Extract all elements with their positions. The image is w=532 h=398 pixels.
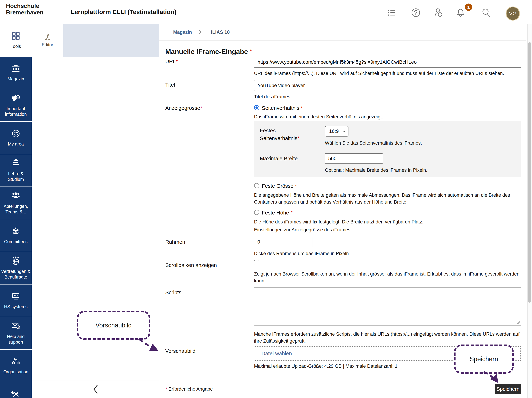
textarea-resize-handle[interactable] — [517, 321, 520, 324]
sidebar-item-magazin[interactable]: Magazin — [0, 56, 32, 89]
sidebar-item-organisation[interactable]: Organisation — [0, 349, 32, 382]
sidebar-item-administration[interactable]: Administration — [0, 382, 32, 398]
titel-help: Titel des iFrames — [254, 93, 521, 100]
titel-label: Titel — [165, 82, 175, 88]
help-icon[interactable] — [411, 7, 421, 18]
radio-feste-hoehe[interactable] — [254, 210, 259, 215]
anzeigegroesse-group-note: Einstellungen zur Anzeigegrösse des iFra… — [254, 226, 523, 233]
anzeigegroesse-label: Anzeigegrösse* — [165, 105, 202, 111]
rahmen-input[interactable] — [254, 237, 312, 247]
max-breite-input[interactable] — [325, 154, 383, 164]
festes-sv-label: Festes Seitenverhältnis* — [260, 127, 313, 142]
url-input[interactable] — [254, 57, 521, 68]
notification-badge: 1 — [465, 4, 472, 11]
scripts-help: Manche iFrames erfordern zusätzliche Scr… — [254, 331, 523, 345]
logo-box[interactable]: Hochschule Bremerhaven — [0, 0, 59, 24]
festes-sv-help: Wählen Sie das Seitenverhältnis des iFra… — [325, 140, 515, 147]
breadcrumb-item-ilias10[interactable]: ILIAS 10 — [211, 30, 230, 35]
magazin-bank-icon — [11, 64, 20, 74]
seitenverhaeltnis-desc: Das iFrame wird mit einem festen Seitenv… — [254, 114, 521, 120]
seitenverhaeltnis-option-label: Seitenverhältnis * — [262, 105, 303, 111]
mail-question-icon: ? — [11, 321, 20, 332]
rahmen-help: Dicke des Rahmens um das iFrame in Pixel… — [254, 250, 523, 257]
main-sidebar: Tools Magazin Im — [0, 24, 32, 398]
user-awareness-icon[interactable] — [433, 7, 444, 18]
feste-groesse-desc: Die angegebene Höhe und Breite gelten al… — [254, 192, 523, 205]
tab-editor[interactable]: Editor — [32, 24, 63, 56]
sidebar-item-tools[interactable]: Tools — [0, 24, 32, 56]
breadcrumb-chevron-icon — [198, 29, 202, 36]
feste-groesse-option-label: Feste Grösse * — [262, 183, 297, 189]
app-window: Hochschule Bremerhaven Lernplattform ELL… — [0, 0, 532, 398]
speichern-callout: Speichern — [454, 345, 514, 374]
scripts-textarea[interactable] — [254, 287, 521, 326]
smiley-icon — [11, 129, 20, 140]
people-group-icon — [11, 191, 20, 202]
sidebar-item-committees[interactable]: Committees — [0, 219, 32, 252]
sidebar-item-help-support[interactable]: ? Help and support — [0, 317, 32, 349]
sidebar-item-hs-systems[interactable]: HS systems — [0, 284, 32, 317]
rahmen-label: Rahmen — [165, 239, 185, 245]
admin-tools-icon — [11, 389, 20, 398]
scripts-label: Scripts — [165, 289, 181, 295]
page-title: Lernplattform ELLI (Testinstallation) — [71, 8, 176, 15]
max-breite-label: Maximale Breite — [260, 155, 298, 161]
editor-side-panel — [32, 24, 159, 398]
svg-text:?: ? — [18, 326, 19, 329]
editor-slate-area — [63, 24, 159, 57]
search-icon[interactable] — [481, 7, 491, 18]
sidebar-item-lehre-studium[interactable]: Lehre & Studium — [0, 154, 32, 186]
scrollbar-thumb[interactable] — [528, 42, 531, 303]
url-label: URL* — [165, 58, 178, 64]
globe-people-icon — [11, 256, 20, 267]
scrollbalken-label: Scrollbalken anzeigen — [165, 262, 217, 268]
url-help: URL des iFrames (https://...). Diese URL… — [254, 70, 521, 77]
form-title: Manuelle iFrame-Eingabe * — [165, 48, 252, 56]
radio-seitenverhaeltnis[interactable] — [254, 105, 259, 110]
scrollbalken-checkbox[interactable] — [254, 260, 259, 265]
save-button[interactable]: Speichern — [495, 384, 521, 394]
sidebar-item-vertretungen[interactable]: Vertretungen & Beauftragte — [0, 252, 32, 284]
scrollbalken-help: Zeigt je nach Browser Scrollbalken an, w… — [254, 271, 523, 284]
chevron-down-icon — [343, 130, 346, 132]
required-asterisk: * — [250, 48, 252, 54]
panel-footer — [32, 381, 159, 398]
tools-grid-icon — [11, 31, 20, 42]
choose-file-link[interactable]: Datei wählen — [261, 351, 292, 356]
list-view-icon[interactable] — [387, 7, 397, 18]
megaphone-icon — [11, 93, 20, 104]
committee-hand-icon — [11, 227, 20, 237]
books-cap-icon — [11, 159, 20, 169]
feste-hoehe-option-label: Feste Höhe * — [262, 210, 292, 216]
aspect-ratio-select[interactable]: 16:9 — [325, 126, 348, 136]
org-chart-icon — [11, 357, 20, 367]
radio-feste-groesse[interactable] — [254, 183, 259, 188]
feste-hoehe-desc: Die Höhe des iFrames wird fix festgelegt… — [254, 218, 523, 225]
vorschaubild-label: Vorschaubild — [165, 348, 196, 354]
breadcrumb-divider — [159, 40, 526, 41]
logo-wordmark: Hochschule Bremerhaven — [6, 3, 44, 16]
collapse-panel-chevron-icon[interactable] — [93, 385, 98, 394]
vorschaubild-callout: Vorschaubild — [77, 311, 150, 340]
avatar[interactable]: VG — [506, 6, 520, 21]
max-breite-help: Optional: Maximale Breite des iFrames in… — [325, 167, 515, 174]
breadcrumb-item-magazin[interactable]: Magazin — [173, 30, 192, 35]
editor-pen-icon — [44, 33, 51, 42]
sidebar-item-important-information[interactable]: Important information — [0, 89, 32, 122]
titel-input[interactable] — [254, 80, 521, 91]
notifications-bell-icon[interactable] — [455, 7, 466, 18]
monitor-icon — [11, 292, 20, 302]
sidebar-item-my-area[interactable]: My area — [0, 122, 32, 154]
required-note: * Erforderliche Angabe — [165, 386, 213, 392]
sidebar-item-abteilungen-teams[interactable]: Abteilungen, Teams &... — [0, 186, 32, 219]
